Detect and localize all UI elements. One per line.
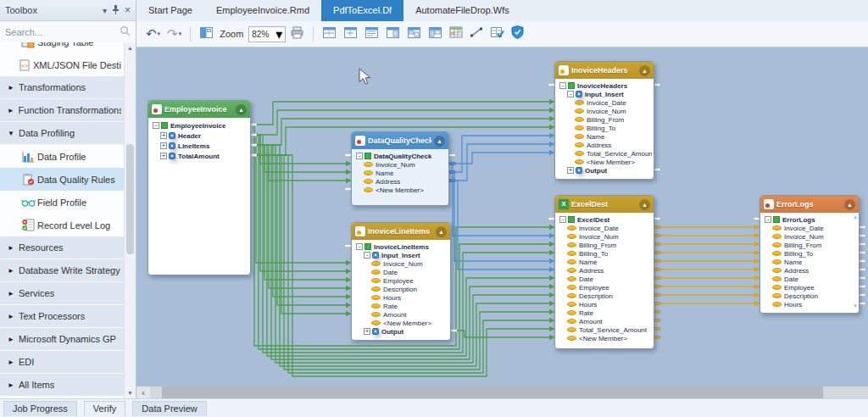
collapse-expander-icon[interactable]: - — [356, 243, 363, 250]
tree-row[interactable]: <New Member> — [354, 319, 448, 327]
port-stub[interactable] — [451, 330, 457, 332]
tree-row[interactable]: Name — [354, 169, 447, 177]
connection-line[interactable] — [449, 153, 554, 164]
redo-button[interactable]: ↷▾ — [164, 25, 184, 43]
port-stub[interactable] — [654, 218, 660, 220]
port-stub[interactable] — [654, 311, 660, 314]
toolbox-item-data-quality-rules[interactable]: Data Quality Rules — [0, 168, 125, 191]
port-stub[interactable] — [548, 218, 554, 220]
toolbox-category-resources[interactable]: ►Resources — [0, 236, 125, 259]
undo-button[interactable]: ↶▾ — [143, 25, 163, 43]
connection-line[interactable] — [449, 181, 554, 270]
tree-row[interactable]: -Input_Insert — [558, 90, 652, 98]
connection-line[interactable] — [251, 155, 350, 314]
toolbox-category-transformations[interactable]: ►Transformations — [0, 76, 125, 99]
port-stub[interactable] — [654, 277, 660, 280]
connection-line[interactable] — [251, 102, 554, 125]
tree-row[interactable]: <New Member> — [354, 186, 447, 194]
port-stub[interactable] — [345, 154, 351, 157]
layout-tree-button[interactable] — [341, 25, 360, 44]
canvas-scroll-thumb[interactable] — [162, 386, 823, 398]
tab-employeeinvoice-rmd[interactable]: EmployeeInvoice.Rmd — [204, 0, 321, 21]
tree-row[interactable]: Billing_To — [558, 124, 652, 132]
port-stub[interactable] — [654, 328, 660, 331]
layout-split-button[interactable] — [320, 25, 339, 44]
node-exceldest[interactable]: XExcelDest▴-ExcelDestInvoice_DateInvoice… — [554, 195, 654, 349]
tree-row[interactable]: Description — [558, 292, 652, 300]
tree-row[interactable]: Invoice_Num — [354, 259, 448, 268]
port-stub[interactable] — [449, 163, 455, 165]
tree-row[interactable]: Billing_From — [763, 241, 857, 249]
tree-row[interactable]: +Output — [354, 327, 448, 336]
toolbox-pin-icon[interactable] — [112, 5, 120, 16]
node-header[interactable]: ErrorLogs▴ — [760, 196, 859, 213]
port-stub[interactable] — [860, 294, 865, 297]
collapse-expander-icon[interactable]: - — [765, 216, 771, 223]
collapse-icon[interactable]: ▴ — [844, 199, 855, 210]
tree-row[interactable]: -ExcelDest — [558, 215, 652, 224]
toolbox-item-xml-json-file-destinat[interactable]: <>XML/JSON File Destinat — [0, 53, 125, 76]
tree-row[interactable]: Name — [558, 258, 652, 266]
dataflow-canvas[interactable]: EmployeeInvoice▴-EmployeeInvoice+Header+… — [136, 47, 868, 386]
tree-row[interactable]: <New Member> — [558, 158, 652, 166]
connection-line[interactable] — [251, 155, 350, 181]
tree-row[interactable]: Hours — [763, 300, 857, 309]
port-stub[interactable] — [654, 226, 660, 229]
port-stub[interactable] — [654, 269, 660, 271]
draw-link-button[interactable] — [467, 25, 486, 43]
collapse-icon[interactable]: ▴ — [434, 136, 445, 147]
tree-row[interactable]: Employee — [354, 276, 448, 285]
port-stub[interactable] — [654, 84, 660, 86]
tree-row[interactable]: +Header — [151, 131, 248, 141]
expand-expander-icon[interactable]: + — [160, 153, 167, 159]
port-stub[interactable] — [860, 235, 865, 237]
node-scroll-up-icon[interactable]: ▲ — [853, 214, 858, 220]
tree-row[interactable]: Description — [354, 285, 448, 293]
toolbox-category-database-write-strategy[interactable]: ►Database Write Strategy — [0, 259, 125, 282]
tree-row[interactable]: Invoice_Num — [763, 232, 857, 241]
node-header[interactable]: EmployeeInvoice▴ — [148, 101, 250, 118]
tree-row[interactable]: Billing_To — [763, 249, 857, 258]
port-stub[interactable] — [251, 124, 257, 126]
layout-grid2-button[interactable] — [426, 25, 445, 44]
tree-row[interactable]: -Input_Insert — [354, 251, 448, 259]
expand-expander-icon[interactable]: + — [160, 142, 167, 149]
port-stub[interactable] — [860, 286, 865, 288]
connection-line[interactable] — [251, 155, 350, 305]
toolbox-item-staging-table[interactable]: Staging Table — [0, 42, 125, 53]
connection-line[interactable] — [449, 172, 554, 261]
collapse-expander-icon[interactable]: - — [559, 82, 566, 89]
tree-row[interactable]: Invoice_Num — [558, 107, 652, 115]
expand-expander-icon[interactable]: + — [567, 167, 574, 174]
port-stub[interactable] — [654, 303, 660, 305]
port-stub[interactable] — [654, 260, 660, 263]
tree-row[interactable]: Address — [558, 141, 652, 149]
port-stub[interactable] — [345, 245, 351, 247]
toolbox-scroll-thumb[interactable] — [126, 144, 134, 254]
collapse-expander-icon[interactable]: - — [153, 122, 159, 129]
toolbox-item-field-profile[interactable]: Field Profile — [0, 191, 125, 214]
collapse-icon[interactable]: ▴ — [639, 199, 650, 210]
connection-line[interactable] — [449, 144, 554, 181]
port-stub[interactable] — [251, 154, 257, 157]
port-stub[interactable] — [860, 277, 865, 280]
port-stub[interactable] — [860, 226, 865, 229]
tree-row[interactable]: Date — [763, 275, 857, 283]
toolbox-category-services[interactable]: ►Services — [0, 282, 125, 305]
scroll-left-icon[interactable]: ‹ — [136, 386, 150, 398]
node-errorlogs[interactable]: ErrorLogs▴-ErrorLogsInvoice_DateInvoice_… — [760, 195, 860, 314]
verify-button[interactable] — [509, 24, 526, 44]
tree-row[interactable]: Hours — [558, 300, 652, 309]
tree-row[interactable]: Invoice_Num — [354, 160, 447, 169]
tree-row[interactable]: -EmployeeInvoice — [151, 120, 248, 131]
port-stub[interactable] — [654, 243, 660, 246]
layout-panel-button[interactable] — [383, 25, 403, 44]
node-dataqualitycheck[interactable]: DataQualityCheck▴-DataQualityCheckInvoic… — [351, 131, 449, 206]
toolbox-category-edi[interactable]: ►EDI — [0, 351, 125, 374]
tree-row[interactable]: Total_Service_Amount — [558, 325, 652, 334]
tree-row[interactable]: Invoice_Date — [558, 224, 652, 232]
port-stub[interactable] — [449, 154, 455, 157]
collapse-icon[interactable]: ▴ — [639, 65, 650, 76]
tree-row[interactable]: +LineItems — [151, 141, 248, 151]
tab-start-page[interactable]: Start Page — [136, 0, 204, 21]
